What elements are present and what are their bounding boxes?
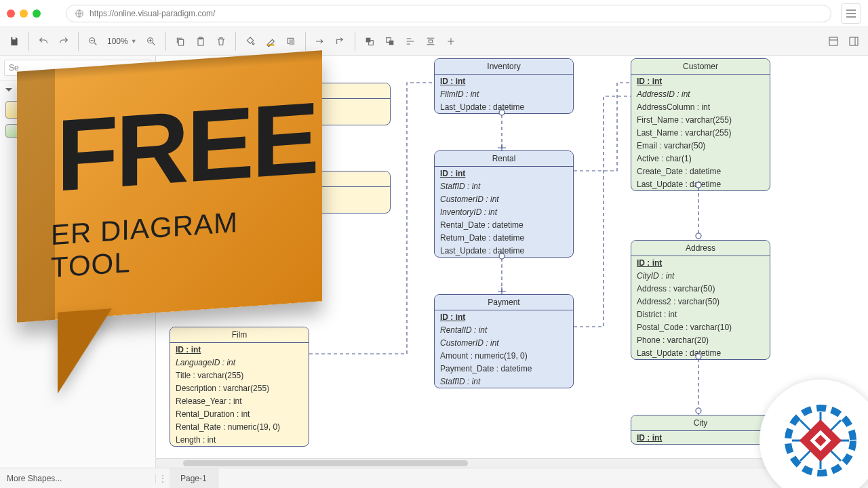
svg-point-6 [252, 43, 254, 45]
maximize-window-dot[interactable] [33, 9, 41, 18]
zoom-value: 100% [107, 37, 128, 46]
entity-field: Rental_Date : datetime [435, 218, 573, 231]
entity-field: CustomerID : int [435, 192, 573, 205]
chevron-down-icon: ▼ [131, 38, 137, 45]
undo-button[interactable] [34, 32, 53, 51]
category-label: En [16, 85, 26, 94]
entity-title: Address [631, 241, 770, 256]
entity-title: Inventory [435, 59, 573, 75]
entity-film[interactable]: Film ID : int LanguageID : intTitle : va… [170, 327, 309, 447]
canvas-h-scrollbar[interactable] [156, 458, 868, 468]
entity-field: AddressColumn : int [631, 100, 770, 113]
to-front-button[interactable] [360, 32, 379, 51]
address-bar[interactable]: https://online.visual-paradigm.com/ [66, 5, 831, 22]
app-body: Se En Film ID : int LanguageID : intTitl… [0, 56, 868, 468]
diagram-canvas[interactable]: Film ID : int LanguageID : intTitle : va… [156, 56, 868, 468]
close-window-dot[interactable] [7, 9, 15, 18]
minimize-window-dot[interactable] [20, 9, 28, 18]
entity-field: RentalID : int [435, 323, 573, 336]
svg-rect-11 [389, 40, 393, 45]
entity-address[interactable]: Address ID : int CityID : intAddress : v… [631, 240, 770, 360]
entity-field: FilmID : int [435, 87, 573, 100]
page-tab[interactable]: Page-1 [170, 468, 218, 488]
scroll-thumb[interactable] [183, 460, 468, 466]
more-shapes-button[interactable]: More Shapes... [0, 474, 156, 483]
entity-hidden-1[interactable] [251, 83, 391, 125]
connector-straight-button[interactable] [311, 32, 330, 51]
entity-inventory[interactable]: Inventory ID : int FilmID : intLast_Upda… [434, 58, 574, 114]
browser-chrome: https://online.visual-paradigm.com/ [0, 0, 868, 27]
format-panel-button[interactable] [824, 32, 843, 51]
entity-field: CustomerID : int [435, 336, 573, 349]
shadow-button[interactable] [281, 32, 300, 51]
entity-title: Rental [435, 151, 573, 167]
entity-field: Address2 : varchar(50) [631, 295, 770, 308]
svg-rect-3 [178, 39, 183, 45]
connector-elbow-button[interactable] [331, 32, 350, 51]
shapes-panel: Se En [0, 56, 156, 468]
entity-field: Return_Date : datetime [435, 231, 573, 244]
to-back-button[interactable] [380, 32, 399, 51]
entity-field: Rental_Rate : numeric(19, 0) [170, 420, 309, 433]
search-placeholder: Se [9, 63, 19, 73]
entity-shape-green[interactable] [5, 124, 42, 138]
entity-field: AddressID : int [631, 87, 770, 100]
add-button[interactable] [441, 32, 460, 51]
entity-field: StaffID : int [435, 180, 573, 192]
visual-paradigm-logo-icon [780, 400, 861, 481]
entity-field: Title : varchar(255) [170, 369, 309, 382]
entity-pk: ID : int [435, 75, 573, 87]
status-bar: More Shapes... ⋮ Page-1 [0, 468, 868, 488]
align-button[interactable] [401, 32, 420, 51]
distribute-button[interactable] [421, 32, 440, 51]
redo-button[interactable] [54, 32, 73, 51]
copy-button[interactable] [171, 32, 190, 51]
entity-field: Active : char(1) [631, 152, 770, 165]
shape-search-input[interactable]: Se [4, 60, 151, 76]
entity-field: Last_Update : datetime [435, 100, 573, 113]
entity-field: Create_Date : datetime [631, 165, 770, 178]
entity-payment[interactable]: Payment ID : int RentalID : intCustomerI… [434, 294, 574, 388]
entity-customer[interactable]: Customer ID : int AddressID : intAddress… [631, 58, 770, 191]
entity-pk: ID : int [631, 256, 770, 269]
paste-button[interactable] [191, 32, 210, 51]
entity-rental[interactable]: Rental ID : int StaffID : intCustomerID … [434, 150, 574, 258]
entity-field: District : int [631, 308, 770, 321]
entity-pk: ID : int [170, 343, 309, 356]
shape-category[interactable]: En [0, 80, 155, 98]
url-text: https://online.visual-paradigm.com/ [90, 9, 215, 18]
delete-button[interactable] [212, 32, 231, 51]
entity-hidden-2[interactable] [251, 171, 391, 214]
entity-field: Payment_Date : datetime [435, 362, 573, 375]
zoom-in-button[interactable] [142, 32, 161, 51]
entity-field: Postal_Code : varchar(10) [631, 321, 770, 333]
outline-panel-button[interactable] [844, 32, 863, 51]
entity-shape-yellow[interactable] [5, 101, 42, 119]
zoom-level[interactable]: 100% ▼ [107, 37, 137, 46]
browser-menu-button[interactable] [841, 3, 861, 24]
svg-rect-9 [366, 37, 370, 42]
entity-field: Amount : numeric(19, 0) [435, 349, 573, 362]
page-grip-icon[interactable]: ⋮ [156, 474, 170, 483]
entity-field: StaffID : int [435, 375, 573, 388]
entity-title: Customer [631, 59, 770, 75]
entity-field: Length : int [170, 433, 309, 446]
entity-field: CityID : int [631, 269, 770, 282]
entity-pk: ID : int [435, 310, 573, 323]
svg-rect-8 [289, 39, 294, 45]
entity-field: Last_Name : varchar(255) [631, 126, 770, 139]
entity-city[interactable]: City ID : int [631, 415, 770, 445]
zoom-out-button[interactable] [83, 32, 102, 51]
entity-field: First_Name : varchar(255) [631, 113, 770, 126]
entity-field: Rental_Duration : int [170, 407, 309, 420]
stroke-color-button[interactable] [261, 32, 280, 51]
svg-rect-14 [829, 37, 837, 45]
entity-field: Description : varchar(255) [170, 382, 309, 394]
fill-color-button[interactable] [241, 32, 260, 51]
entity-field: Email : varchar(50) [631, 139, 770, 152]
svg-rect-15 [850, 37, 858, 45]
save-button[interactable] [5, 32, 24, 51]
entity-field: Last_Update : datetime [435, 244, 573, 257]
globe-icon [75, 9, 84, 18]
svg-rect-13 [429, 40, 432, 43]
